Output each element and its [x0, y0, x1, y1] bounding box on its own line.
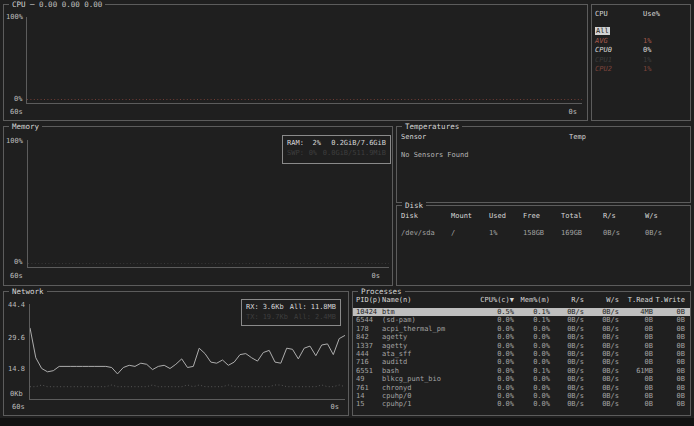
cpu-y-max-label: 100% [6, 13, 23, 21]
process-rows: 10424btm0.5%0.1%0B/s0B/s4MB0B6544(sd-pam… [353, 304, 690, 409]
cpu-legend-rows: AllAVG1%CPU00%CPU11%CPU21% [592, 18, 690, 75]
memory-legend-box: RAM:2%0.2GiB/7.6GiB SWP:0%0.0GiB/511.9Mi… [282, 135, 391, 164]
disk-header-mount: Mount [451, 212, 489, 220]
processes-header-name[interactable]: Name(n) [382, 296, 474, 304]
process-row[interactable]: 716auditd0.0%0.0%0B/s0B/s0B0B [353, 358, 690, 366]
processes-header-pid[interactable]: PID(p) [356, 296, 382, 304]
processes-header-mem[interactable]: Mem%(m) [514, 296, 550, 304]
process-row[interactable]: 49blkcg_punt_bio0.0%0.0%0B/s0B/s0B0B [353, 375, 690, 383]
process-row[interactable]: 761chronyd0.0%0.0%0B/s0B/s0B0B [353, 384, 690, 392]
process-row[interactable]: 14cpuhp/00.0%0.0%0B/s0B/s0B0B [353, 392, 690, 400]
cpu-legend-row[interactable]: CPU11% [595, 56, 687, 66]
network-panel[interactable]: Network 44.4 29.6 14.8 0Kb 60s 0s RX:3.6… [3, 291, 349, 416]
process-row[interactable]: 15cpuhp/10.0%0.0%0B/s0B/s0B0B [353, 400, 690, 408]
network-title-label: Network [12, 287, 44, 296]
temperatures-panel[interactable]: Temperatures Sensor Temp No Sensors Foun… [396, 126, 691, 203]
disk-header-used: Used [489, 212, 523, 220]
cpu-chart [26, 17, 582, 104]
temperatures-title-label: Temperatures [405, 122, 459, 131]
cpu-x-right-label: 0s [569, 108, 577, 116]
cpu-legend-row[interactable]: AVG1% [595, 37, 687, 47]
network-y-label-3: 0Kb [10, 390, 23, 398]
disk-row[interactable]: /dev/sda/1%158GB169GB0B/s0B/s [401, 229, 686, 238]
temperatures-header-sensor: Sensor [401, 133, 569, 141]
temperatures-panel-title: Temperatures [402, 122, 462, 131]
disk-header-rs: R/s [603, 212, 645, 220]
disk-header-ws: W/s [645, 212, 686, 220]
process-row[interactable]: 842agetty0.0%0.0%0B/s0B/s0B0B [353, 333, 690, 341]
process-row[interactable]: 1337agetty0.0%0.0%0B/s0B/s0B0B [353, 342, 690, 350]
network-legend-box: RX:3.6KbAll:11.8MB TX:19.7KbAll:2.4MB [241, 299, 341, 326]
disk-panel[interactable]: Disk Disk Mount Used Free Total R/s W/s … [396, 205, 691, 286]
network-x-left-label: 60s [12, 403, 25, 411]
temperatures-header-temp: Temp [569, 133, 586, 141]
processes-panel-title: Processes [358, 287, 405, 296]
cpu-legend-row[interactable]: All [595, 27, 687, 37]
processes-title-label: Processes [361, 287, 402, 296]
memory-x-left-label: 60s [10, 272, 23, 280]
processes-header-rs[interactable]: R/s [550, 296, 584, 304]
memory-ram-line: RAM:2%0.2GiB/7.6GiB [287, 138, 386, 148]
temperatures-empty-message: No Sensors Found [397, 141, 690, 159]
processes-header-ws[interactable]: W/s [584, 296, 619, 304]
memory-panel[interactable]: Memory 100% 0% 60s 0s RAM:2%0.2GiB/7.6Gi… [3, 126, 393, 286]
memory-title-label: Memory [12, 122, 39, 131]
disk-panel-title: Disk [402, 201, 426, 210]
cpu-load-average: ─ 0.00 0.00 0.00 [30, 0, 102, 9]
network-tx-line: TX:19.7KbAll:2.4MB [246, 312, 336, 322]
process-row[interactable]: 178acpi_thermal_pm0.0%0.0%0B/s0B/s0B0B [353, 325, 690, 333]
cpu-y-min-label: 0% [14, 95, 22, 103]
network-x-right-label: 0s [331, 403, 339, 411]
disk-header-free: Free [523, 212, 561, 220]
processes-header-tread[interactable]: T.Read [619, 296, 653, 304]
network-panel-title: Network [9, 287, 47, 296]
disk-header-total: Total [561, 212, 603, 220]
process-row[interactable]: 6551bash0.0%0.1%0B/s0B/s61MB0B [353, 367, 690, 375]
process-row[interactable]: 444ata_sff0.0%0.0%0B/s0B/s0B0B [353, 350, 690, 358]
process-row[interactable]: 6544(sd-pam)0.0%0.1%0B/s0B/s0B0B [353, 316, 690, 324]
memory-panel-title: Memory [9, 122, 42, 131]
disk-rows: /dev/sda/1%158GB169GB0B/s0B/s [397, 220, 690, 238]
memory-x-right-label: 0s [372, 272, 380, 280]
processes-panel[interactable]: Processes PID(p) Name(n) CPU%(c)▼ Mem%(m… [352, 291, 691, 416]
memory-swap-line: SWP:0%0.0GiB/511.9MiB [287, 148, 386, 158]
terminal-bottom-strip [0, 418, 694, 426]
memory-y-min-label: 0% [14, 258, 22, 266]
cpu-legend-row[interactable]: CPU21% [595, 65, 687, 75]
disk-title-label: Disk [405, 201, 423, 210]
cpu-panel-title: CPU ─ 0.00 0.00 0.00 [9, 0, 105, 9]
cpu-panel[interactable]: CPU ─ 0.00 0.00 0.00 100% 0% 60s 0s [3, 4, 588, 121]
disk-header-disk: Disk [401, 212, 451, 220]
cpu-legend-row[interactable]: CPU00% [595, 46, 687, 56]
cpu-x-left-label: 60s [10, 108, 23, 116]
process-row[interactable]: 10424btm0.5%0.1%0B/s0B/s4MB0B [353, 308, 690, 316]
cpu-legend-header-name: CPU [595, 10, 643, 18]
processes-header-cpu-sort[interactable]: CPU%(c)▼ [474, 296, 514, 304]
cpu-legend-panel[interactable]: CPU Use% AllAVG1%CPU00%CPU11%CPU21% [591, 4, 691, 121]
network-y-label-0: 44.4 [8, 301, 25, 309]
network-y-label-2: 14.8 [8, 365, 25, 373]
cpu-title-label: CPU [12, 0, 26, 9]
terminal-screen: CPU ─ 0.00 0.00 0.00 100% 0% 60s 0s CPU … [0, 0, 694, 418]
cpu-legend-header: CPU Use% [592, 5, 690, 18]
network-rx-line: RX:3.6KbAll:11.8MB [246, 302, 336, 312]
cpu-legend-header-use: Use% [643, 10, 660, 18]
processes-header-twrite[interactable]: T.Write [653, 296, 685, 304]
disk-header: Disk Mount Used Free Total R/s W/s [397, 206, 690, 220]
memory-y-max-label: 100% [6, 137, 23, 145]
network-y-label-1: 29.6 [8, 334, 25, 342]
